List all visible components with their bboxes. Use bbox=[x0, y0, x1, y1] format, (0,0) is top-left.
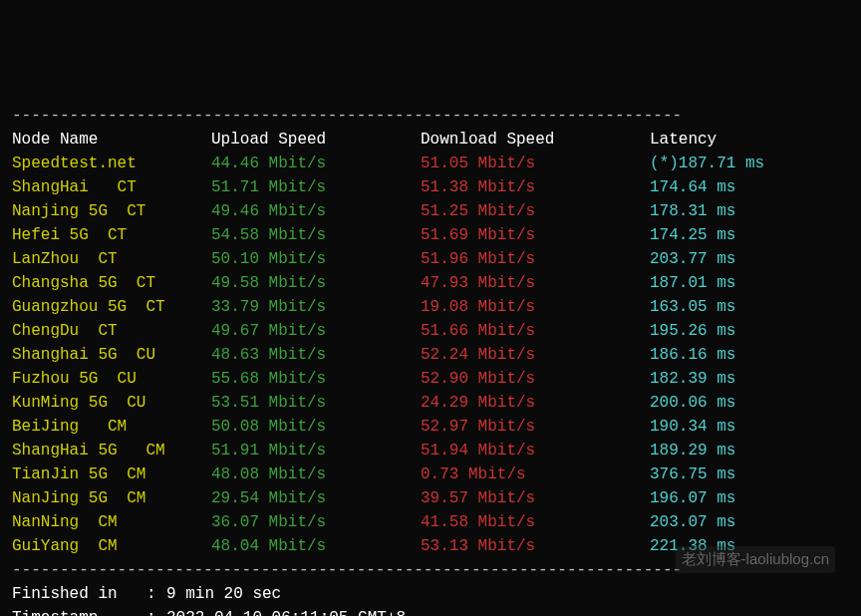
latency: 174.64 ms bbox=[650, 175, 735, 199]
table-row: NanNing CM36.07 Mbit/s41.58 Mbit/s203.07… bbox=[12, 510, 849, 534]
download-speed: 51.96 Mbit/s bbox=[421, 247, 650, 271]
download-speed: 51.66 Mbit/s bbox=[421, 319, 650, 343]
upload-speed: 29.54 Mbit/s bbox=[211, 486, 421, 510]
node-name: GuiYang CM bbox=[12, 534, 211, 558]
download-speed: 52.90 Mbit/s bbox=[421, 367, 650, 391]
node-name: Shanghai 5G CU bbox=[12, 343, 211, 367]
table-row: NanJing 5G CM29.54 Mbit/s39.57 Mbit/s196… bbox=[12, 486, 849, 510]
upload-speed: 48.04 Mbit/s bbox=[211, 534, 421, 558]
download-speed: 0.73 Mbit/s bbox=[421, 462, 650, 486]
table-row: TianJin 5G CM48.08 Mbit/s0.73 Mbit/s376.… bbox=[12, 462, 849, 486]
download-speed: 51.69 Mbit/s bbox=[421, 223, 650, 247]
table-row: Nanjing 5G CT49.46 Mbit/s51.25 Mbit/s178… bbox=[12, 199, 849, 223]
separator-top: ----------------------------------------… bbox=[12, 107, 682, 125]
upload-speed: 55.68 Mbit/s bbox=[211, 367, 421, 391]
node-name: KunMing 5G CU bbox=[12, 391, 211, 415]
node-name: Hefei 5G CT bbox=[12, 223, 211, 247]
table-row: ChengDu CT49.67 Mbit/s51.66 Mbit/s195.26… bbox=[12, 319, 849, 343]
latency: 190.34 ms bbox=[650, 415, 735, 439]
upload-speed: 44.46 Mbit/s bbox=[211, 152, 421, 175]
upload-speed: 48.08 Mbit/s bbox=[211, 462, 421, 486]
node-name: TianJin 5G CM bbox=[12, 462, 211, 486]
header-upload: Upload Speed bbox=[211, 128, 421, 152]
upload-speed: 51.71 Mbit/s bbox=[211, 175, 421, 199]
latency: 182.39 ms bbox=[650, 367, 735, 391]
upload-speed: 33.79 Mbit/s bbox=[211, 295, 421, 319]
footer-timestamp: Timestamp:2022-04-10 06:11:05 GMT+8 bbox=[12, 606, 849, 616]
table-row: BeiJing CM50.08 Mbit/s52.97 Mbit/s190.34… bbox=[12, 415, 849, 439]
timestamp-value: 2022-04-10 06:11:05 GMT+8 bbox=[166, 606, 406, 616]
node-name: Nanjing 5G CT bbox=[12, 199, 211, 223]
download-speed: 51.05 Mbit/s bbox=[421, 152, 650, 175]
node-name: Changsha 5G CT bbox=[12, 271, 211, 295]
table-row: Speedtest.net44.46 Mbit/s51.05 Mbit/s(*)… bbox=[12, 152, 849, 175]
node-name: Guangzhou 5G CT bbox=[12, 295, 211, 319]
node-name: Fuzhou 5G CU bbox=[12, 367, 211, 391]
latency: 376.75 ms bbox=[650, 462, 735, 486]
terminal-output: ----------------------------------------… bbox=[12, 104, 849, 616]
download-speed: 51.38 Mbit/s bbox=[421, 175, 650, 199]
footer: Finished in:9 min 20 secTimestamp:2022-0… bbox=[12, 582, 849, 616]
table-row: Fuzhou 5G CU55.68 Mbit/s52.90 Mbit/s182.… bbox=[12, 367, 849, 391]
latency: 163.05 ms bbox=[650, 295, 735, 319]
column-headers: Node NameUpload SpeedDownload SpeedLaten… bbox=[12, 128, 849, 152]
download-speed: 41.58 Mbit/s bbox=[421, 510, 650, 534]
table-row: Guangzhou 5G CT33.79 Mbit/s19.08 Mbit/s1… bbox=[12, 295, 849, 319]
footer-finished: Finished in:9 min 20 sec bbox=[12, 582, 849, 606]
latency: 187.01 ms bbox=[650, 271, 735, 295]
table-row: Shanghai 5G CU48.63 Mbit/s52.24 Mbit/s18… bbox=[12, 343, 849, 367]
separator-bottom: ----------------------------------------… bbox=[12, 561, 682, 579]
table-row: Hefei 5G CT54.58 Mbit/s51.69 Mbit/s174.2… bbox=[12, 223, 849, 247]
latency: 203.07 ms bbox=[650, 510, 735, 534]
latency: 189.29 ms bbox=[650, 439, 735, 462]
download-speed: 51.25 Mbit/s bbox=[421, 199, 650, 223]
node-name: LanZhou CT bbox=[12, 247, 211, 271]
download-speed: 19.08 Mbit/s bbox=[421, 295, 650, 319]
latency: 186.16 ms bbox=[650, 343, 735, 367]
upload-speed: 53.51 Mbit/s bbox=[211, 391, 421, 415]
download-speed: 24.29 Mbit/s bbox=[421, 391, 650, 415]
header-latency: Latency bbox=[650, 128, 717, 152]
upload-speed: 51.91 Mbit/s bbox=[211, 439, 421, 462]
table-row: KunMing 5G CU53.51 Mbit/s24.29 Mbit/s200… bbox=[12, 391, 849, 415]
download-speed: 52.97 Mbit/s bbox=[421, 415, 650, 439]
node-name: BeiJing CM bbox=[12, 415, 211, 439]
latency: 195.26 ms bbox=[650, 319, 735, 343]
upload-speed: 48.63 Mbit/s bbox=[211, 343, 421, 367]
table-row: ShangHai 5G CM51.91 Mbit/s51.94 Mbit/s18… bbox=[12, 439, 849, 462]
timestamp-label: Timestamp bbox=[12, 606, 146, 616]
latency: 178.31 ms bbox=[650, 199, 735, 223]
node-name: NanJing 5G CM bbox=[12, 486, 211, 510]
header-node: Node Name bbox=[12, 128, 211, 152]
upload-speed: 49.58 Mbit/s bbox=[211, 271, 421, 295]
node-name: Speedtest.net bbox=[12, 152, 211, 175]
watermark: 老刘博客-laoliublog.cn bbox=[676, 546, 835, 573]
table-row: LanZhou CT50.10 Mbit/s51.96 Mbit/s203.77… bbox=[12, 247, 849, 271]
download-speed: 52.24 Mbit/s bbox=[421, 343, 650, 367]
upload-speed: 49.67 Mbit/s bbox=[211, 319, 421, 343]
node-name: NanNing CM bbox=[12, 510, 211, 534]
download-speed: 47.93 Mbit/s bbox=[421, 271, 650, 295]
node-name: ShangHai CT bbox=[12, 175, 211, 199]
upload-speed: 49.46 Mbit/s bbox=[211, 199, 421, 223]
upload-speed: 50.08 Mbit/s bbox=[211, 415, 421, 439]
download-speed: 53.13 Mbit/s bbox=[421, 534, 650, 558]
table-row: Changsha 5G CT49.58 Mbit/s47.93 Mbit/s18… bbox=[12, 271, 849, 295]
header-download: Download Speed bbox=[421, 128, 650, 152]
data-rows: Speedtest.net44.46 Mbit/s51.05 Mbit/s(*)… bbox=[12, 152, 849, 558]
latency: 196.07 ms bbox=[650, 486, 735, 510]
table-row: ShangHai CT51.71 Mbit/s51.38 Mbit/s174.6… bbox=[12, 175, 849, 199]
node-name: ShangHai 5G CM bbox=[12, 439, 211, 462]
finished-label: Finished in bbox=[12, 582, 146, 606]
latency: (*)187.71 ms bbox=[650, 152, 764, 175]
download-speed: 51.94 Mbit/s bbox=[421, 439, 650, 462]
download-speed: 39.57 Mbit/s bbox=[421, 486, 650, 510]
upload-speed: 36.07 Mbit/s bbox=[211, 510, 421, 534]
finished-value: 9 min 20 sec bbox=[166, 582, 281, 606]
upload-speed: 54.58 Mbit/s bbox=[211, 223, 421, 247]
latency: 200.06 ms bbox=[650, 391, 735, 415]
upload-speed: 50.10 Mbit/s bbox=[211, 247, 421, 271]
latency: 174.25 ms bbox=[650, 223, 735, 247]
node-name: ChengDu CT bbox=[12, 319, 211, 343]
latency: 203.77 ms bbox=[650, 247, 735, 271]
